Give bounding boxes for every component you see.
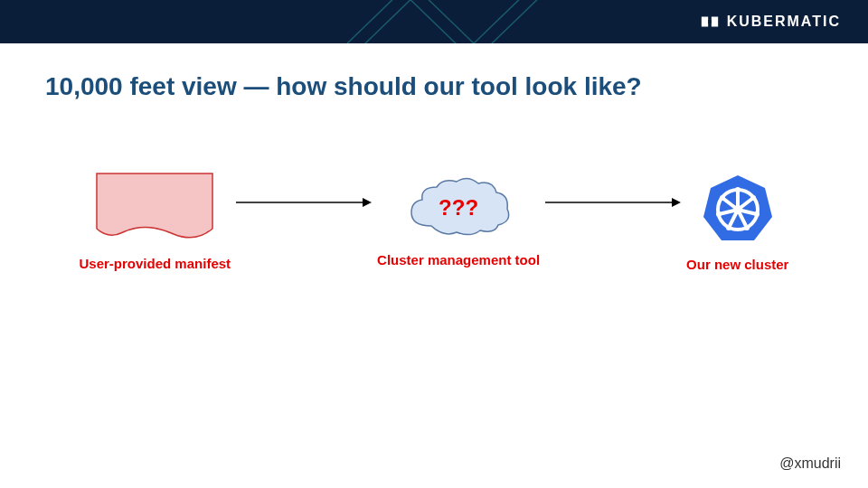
node-cluster-label: Our new cluster bbox=[686, 257, 788, 272]
footer-handle: @xmudrii bbox=[779, 455, 841, 472]
svg-point-19 bbox=[754, 211, 760, 217]
kubernetes-icon bbox=[702, 172, 774, 244]
svg-point-20 bbox=[744, 225, 750, 230]
brand: KUBERMATIC bbox=[700, 12, 841, 32]
cloud-icon: ??? bbox=[404, 176, 513, 239]
node-manifest-label: User-provided manifest bbox=[80, 256, 231, 271]
header-decoration bbox=[347, 0, 618, 43]
svg-point-18 bbox=[750, 195, 756, 201]
node-manifest: User-provided manifest bbox=[80, 173, 231, 271]
svg-point-21 bbox=[726, 225, 731, 230]
brand-text: KUBERMATIC bbox=[727, 14, 841, 30]
page-title: 10,000 feet view — how should our tool l… bbox=[0, 43, 868, 101]
arrow-1 bbox=[236, 193, 372, 215]
kubermatic-logo-icon bbox=[700, 12, 720, 32]
svg-rect-2 bbox=[708, 20, 712, 23]
node-tool: ??? Cluster management tool bbox=[377, 176, 540, 267]
manifest-icon bbox=[96, 173, 213, 243]
svg-rect-0 bbox=[701, 17, 707, 27]
arrow-2 bbox=[545, 193, 681, 215]
svg-marker-6 bbox=[672, 198, 681, 207]
svg-point-23 bbox=[720, 195, 725, 201]
svg-rect-1 bbox=[711, 17, 717, 27]
svg-point-17 bbox=[735, 187, 741, 192]
diagram-row: User-provided manifest ??? Cluster manag… bbox=[0, 172, 868, 272]
node-tool-label: Cluster management tool bbox=[377, 252, 540, 267]
svg-marker-4 bbox=[363, 198, 372, 207]
node-cluster: Our new cluster bbox=[686, 172, 788, 272]
header-bar: KUBERMATIC bbox=[0, 0, 868, 43]
cloud-question-text: ??? bbox=[439, 195, 478, 221]
svg-point-22 bbox=[716, 211, 722, 217]
